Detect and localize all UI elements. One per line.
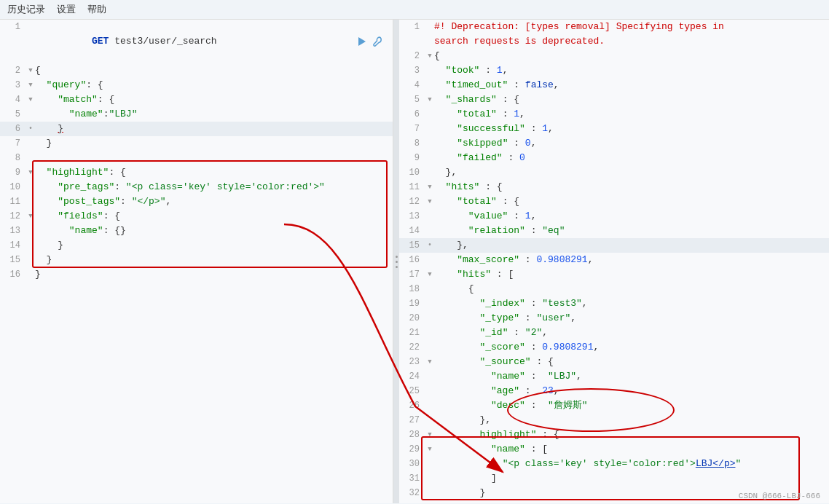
- code-line-right-7: 7 "successful" : 1,: [399, 122, 829, 136]
- line-dot: [425, 500, 434, 503]
- line-num: 11: [3, 194, 26, 209]
- line-content: "total" : {: [434, 194, 826, 209]
- code-line-right-22: 22 "_score" : 0.9808291,: [399, 340, 829, 355]
- menu-help[interactable]: 帮助: [87, 3, 106, 16]
- line-num: 14: [402, 224, 425, 238]
- line-num: 22: [402, 340, 425, 355]
- line-dot: [425, 296, 434, 311]
- line-dot: [26, 20, 35, 63]
- code-line-left-14: 14 }: [0, 238, 393, 253]
- line-dot: ▼: [425, 442, 434, 457]
- line-dot: [26, 238, 35, 253]
- svg-marker-0: [358, 37, 366, 46]
- code-line-right-12: 12 ▼ "total" : {: [399, 194, 829, 209]
- line-dot: [425, 486, 434, 500]
- line-num: 8: [402, 136, 425, 151]
- line-content: "failed" : 0: [434, 151, 826, 165]
- line-content: GET test3/user/_search: [35, 20, 356, 63]
- divider-dot-3: [396, 266, 398, 268]
- code-line-left-3: 3 ▼ "query": {: [0, 78, 393, 92]
- line-dot: [425, 384, 434, 398]
- line-content: "max_score" : 0.9808291,: [434, 253, 826, 267]
- line-content: "match": {: [35, 92, 390, 107]
- line-dot: ▼: [425, 92, 434, 107]
- line-dot: [26, 151, 35, 165]
- line-dot: ▼: [26, 78, 35, 92]
- line-num: 23: [402, 355, 425, 369]
- code-line-right-19: 19 "_index" : "test3",: [399, 296, 829, 311]
- run-icon[interactable]: [356, 36, 368, 47]
- line-num: [402, 34, 425, 49]
- line-dot: [425, 253, 434, 267]
- line-content: "name":"LBJ": [35, 107, 390, 122]
- line-num: 2: [402, 49, 425, 63]
- line-num: 15: [402, 238, 425, 253]
- line-num: 6: [3, 122, 26, 136]
- line-num: 1: [402, 20, 425, 34]
- line-content: "_id" : "2",: [434, 326, 826, 340]
- line-dot: ▼: [425, 49, 434, 63]
- line-num: 27: [402, 413, 425, 428]
- code-line-right-6: 6 "total" : 1,: [399, 107, 829, 122]
- line-content: }: [35, 238, 390, 253]
- line-content: ]: [434, 471, 826, 486]
- line-num: 25: [402, 384, 425, 398]
- line-num: 12: [3, 209, 26, 224]
- code-line-right-31: 31 ]: [399, 471, 829, 486]
- line-dot: [425, 224, 434, 238]
- line-content: #! Deprecation: [types removal] Specifyi…: [434, 20, 826, 34]
- line-content: "query": {: [35, 78, 390, 92]
- line-num: 4: [3, 92, 26, 107]
- right-code-area[interactable]: 1 #! Deprecation: [types removal] Specif…: [399, 20, 829, 503]
- line-num: 26: [402, 398, 425, 413]
- code-line-left-5: 5 "name":"LBJ": [0, 107, 393, 122]
- code-line-left-16: 16 }: [0, 267, 393, 282]
- line-dot: [26, 267, 35, 282]
- left-code-area[interactable]: 1 GET test3/user/_search: [0, 20, 393, 503]
- code-line-right-13: 13 "value" : 1,: [399, 209, 829, 224]
- menu-history[interactable]: 历史记录: [7, 3, 45, 16]
- line-dot: ▼: [26, 92, 35, 107]
- line-dot: [26, 194, 35, 209]
- code-line-right-3: 3 "took" : 1,: [399, 63, 829, 78]
- line-dot: [425, 413, 434, 428]
- line-content: "name": {}: [35, 224, 390, 238]
- code-line-right-10: 10 },: [399, 165, 829, 180]
- line-num: 16: [3, 267, 26, 282]
- code-line-right-9: 9 "failed" : 0: [399, 151, 829, 165]
- line-num: 32: [402, 486, 425, 500]
- line-content: "pre_tags": "<p class='key' style='color…: [35, 180, 390, 194]
- tools-icon[interactable]: [372, 36, 384, 47]
- line-dot: [26, 180, 35, 194]
- line-dot: [425, 369, 434, 384]
- line-content: "_type" : "user",: [434, 311, 826, 326]
- line-content: "highlight": {: [35, 165, 390, 180]
- line-num: 18: [402, 282, 425, 296]
- code-line-left-2: 2 ▼ {: [0, 63, 393, 78]
- line-content: "_score" : 0.9808291,: [434, 340, 826, 355]
- line-content: "successful" : 1,: [434, 122, 826, 136]
- panel-divider[interactable]: [393, 20, 399, 503]
- line-content: },: [434, 165, 826, 180]
- line-content: "<p class='key' style='color:red'>LBJ</p…: [434, 457, 826, 471]
- menu-settings[interactable]: 设置: [57, 3, 76, 16]
- line-num: 8: [3, 151, 26, 165]
- line-content: {: [35, 63, 390, 78]
- divider-dot-1: [396, 256, 398, 258]
- line-dot: [26, 253, 35, 267]
- line-num: 30: [402, 457, 425, 471]
- line-content: {: [434, 49, 826, 63]
- code-line-left-12: 12 ▼ "fields": {: [0, 209, 393, 224]
- code-line-right-11: 11 ▼ "hits" : {: [399, 180, 829, 194]
- code-line-right-14: 14 "relation" : "eq": [399, 224, 829, 238]
- line-content: "name" : [: [434, 442, 826, 457]
- line-num: 16: [402, 253, 425, 267]
- line-content: }: [35, 136, 390, 151]
- code-line-right-30: 30 "<p class='key' style='color:red'>LBJ…: [399, 457, 829, 471]
- line-num: 28: [402, 428, 425, 442]
- code-line-left-9: 9 ▼ "highlight": {: [0, 165, 393, 180]
- line-content: "value" : 1,: [434, 209, 826, 224]
- line-content: },: [434, 413, 826, 428]
- line-num: 21: [402, 326, 425, 340]
- line-num: 13: [3, 224, 26, 238]
